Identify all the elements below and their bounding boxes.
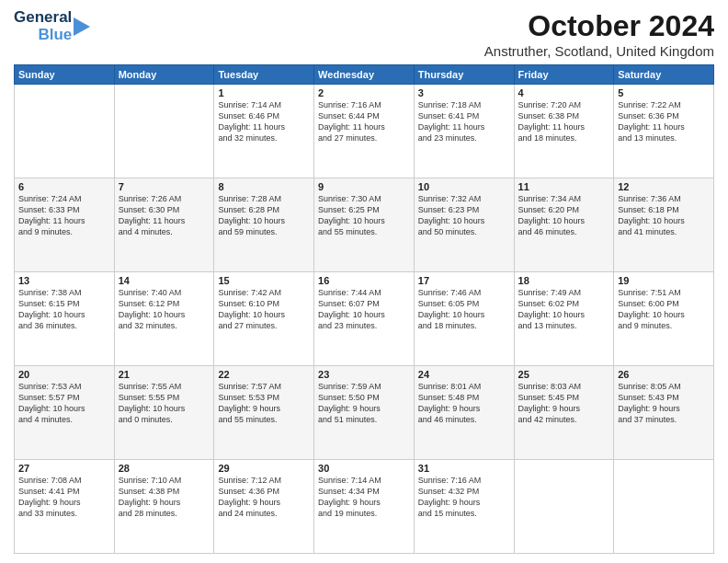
cell-text: Sunrise: 7:14 AM Sunset: 4:34 PM Dayligh…: [318, 475, 410, 520]
day-number: 7: [119, 181, 210, 192]
cell-text: Sunrise: 7:16 AM Sunset: 6:44 PM Dayligh…: [318, 99, 410, 144]
day-number: 26: [618, 369, 710, 380]
weekday-header: Monday: [114, 65, 214, 85]
calendar-cell: 5Sunrise: 7:22 AM Sunset: 6:36 PM Daylig…: [614, 85, 714, 178]
calendar-cell: 21Sunrise: 7:55 AM Sunset: 5:55 PM Dayli…: [114, 366, 214, 460]
day-number: 27: [18, 463, 110, 474]
calendar-cell: 16Sunrise: 7:44 AM Sunset: 6:07 PM Dayli…: [314, 272, 415, 366]
calendar-cell: 18Sunrise: 7:49 AM Sunset: 6:02 PM Dayli…: [514, 272, 614, 366]
cell-text: Sunrise: 7:40 AM Sunset: 6:12 PM Dayligh…: [119, 287, 210, 332]
calendar-cell: 4Sunrise: 7:20 AM Sunset: 6:38 PM Daylig…: [514, 85, 614, 178]
calendar-cell: 6Sunrise: 7:24 AM Sunset: 6:33 PM Daylig…: [15, 178, 115, 272]
day-number: 9: [318, 181, 410, 192]
cell-text: Sunrise: 8:05 AM Sunset: 5:43 PM Dayligh…: [618, 381, 710, 426]
cell-text: Sunrise: 7:12 AM Sunset: 4:36 PM Dayligh…: [218, 475, 310, 520]
calendar-cell: 12Sunrise: 7:36 AM Sunset: 6:18 PM Dayli…: [614, 178, 714, 272]
day-number: 25: [518, 369, 610, 380]
calendar-cell: 8Sunrise: 7:28 AM Sunset: 6:28 PM Daylig…: [214, 178, 314, 272]
weekday-header: Wednesday: [314, 65, 415, 85]
cell-text: Sunrise: 7:16 AM Sunset: 4:32 PM Dayligh…: [418, 475, 510, 520]
calendar-cell: 25Sunrise: 8:03 AM Sunset: 5:45 PM Dayli…: [514, 366, 614, 460]
day-number: 31: [418, 463, 510, 474]
header: General Blue October 2024 Anstruther, Sc…: [14, 9, 714, 59]
day-number: 12: [618, 181, 710, 192]
main-title: October 2024: [484, 9, 714, 43]
day-number: 19: [618, 275, 710, 286]
calendar-cell: [114, 85, 214, 178]
day-number: 16: [318, 275, 410, 286]
calendar-cell: 29Sunrise: 7:12 AM Sunset: 4:36 PM Dayli…: [214, 460, 314, 554]
weekday-header: Friday: [514, 65, 614, 85]
calendar-table: SundayMondayTuesdayWednesdayThursdayFrid…: [14, 64, 714, 554]
calendar-cell: 23Sunrise: 7:59 AM Sunset: 5:50 PM Dayli…: [314, 366, 415, 460]
cell-text: Sunrise: 7:49 AM Sunset: 6:02 PM Dayligh…: [518, 287, 610, 332]
day-number: 24: [418, 369, 510, 380]
day-number: 29: [218, 463, 310, 474]
title-block: October 2024 Anstruther, Scotland, Unite…: [484, 9, 714, 59]
day-number: 8: [218, 181, 310, 192]
calendar-cell: 1Sunrise: 7:14 AM Sunset: 6:46 PM Daylig…: [214, 85, 314, 178]
calendar-cell: 17Sunrise: 7:46 AM Sunset: 6:05 PM Dayli…: [414, 272, 514, 366]
day-number: 6: [18, 181, 110, 192]
cell-text: Sunrise: 7:38 AM Sunset: 6:15 PM Dayligh…: [18, 287, 110, 332]
day-number: 3: [418, 87, 510, 98]
calendar-row: 13Sunrise: 7:38 AM Sunset: 6:15 PM Dayli…: [15, 272, 714, 366]
cell-text: Sunrise: 7:44 AM Sunset: 6:07 PM Dayligh…: [318, 287, 410, 332]
day-number: 1: [218, 87, 310, 98]
calendar-cell: 20Sunrise: 7:53 AM Sunset: 5:57 PM Dayli…: [15, 366, 115, 460]
cell-text: Sunrise: 7:18 AM Sunset: 6:41 PM Dayligh…: [418, 99, 510, 144]
day-number: 2: [318, 87, 410, 98]
cell-text: Sunrise: 7:28 AM Sunset: 6:28 PM Dayligh…: [218, 193, 310, 238]
calendar-cell: 7Sunrise: 7:26 AM Sunset: 6:30 PM Daylig…: [114, 178, 214, 272]
calendar-header-row: SundayMondayTuesdayWednesdayThursdayFrid…: [15, 65, 714, 85]
day-number: 14: [119, 275, 210, 286]
cell-text: Sunrise: 7:20 AM Sunset: 6:38 PM Dayligh…: [518, 99, 610, 144]
cell-text: Sunrise: 7:10 AM Sunset: 4:38 PM Dayligh…: [119, 475, 210, 520]
weekday-header: Thursday: [414, 65, 514, 85]
calendar-cell: 3Sunrise: 7:18 AM Sunset: 6:41 PM Daylig…: [414, 85, 514, 178]
cell-text: Sunrise: 7:55 AM Sunset: 5:55 PM Dayligh…: [119, 381, 210, 426]
weekday-header: Saturday: [614, 65, 714, 85]
day-number: 17: [418, 275, 510, 286]
cell-text: Sunrise: 7:59 AM Sunset: 5:50 PM Dayligh…: [318, 381, 410, 426]
calendar-cell: 15Sunrise: 7:42 AM Sunset: 6:10 PM Dayli…: [214, 272, 314, 366]
calendar-cell: [614, 460, 714, 554]
calendar-cell: 10Sunrise: 7:32 AM Sunset: 6:23 PM Dayli…: [414, 178, 514, 272]
cell-text: Sunrise: 8:03 AM Sunset: 5:45 PM Dayligh…: [518, 381, 610, 426]
day-number: 5: [618, 87, 710, 98]
calendar-cell: 30Sunrise: 7:14 AM Sunset: 4:34 PM Dayli…: [314, 460, 415, 554]
cell-text: Sunrise: 7:08 AM Sunset: 4:41 PM Dayligh…: [18, 475, 110, 520]
calendar-cell: 14Sunrise: 7:40 AM Sunset: 6:12 PM Dayli…: [114, 272, 214, 366]
logo-line1: General: [14, 9, 72, 27]
day-number: 23: [318, 369, 410, 380]
day-number: 18: [518, 275, 610, 286]
calendar-row: 20Sunrise: 7:53 AM Sunset: 5:57 PM Dayli…: [15, 366, 714, 460]
day-number: 28: [119, 463, 210, 474]
calendar-cell: 19Sunrise: 7:51 AM Sunset: 6:00 PM Dayli…: [614, 272, 714, 366]
calendar-cell: 24Sunrise: 8:01 AM Sunset: 5:48 PM Dayli…: [414, 366, 514, 460]
calendar-row: 6Sunrise: 7:24 AM Sunset: 6:33 PM Daylig…: [15, 178, 714, 272]
cell-text: Sunrise: 7:46 AM Sunset: 6:05 PM Dayligh…: [418, 287, 510, 332]
day-number: 22: [218, 369, 310, 380]
calendar-cell: 26Sunrise: 8:05 AM Sunset: 5:43 PM Dayli…: [614, 366, 714, 460]
day-number: 30: [318, 463, 410, 474]
calendar-cell: 31Sunrise: 7:16 AM Sunset: 4:32 PM Dayli…: [414, 460, 514, 554]
cell-text: Sunrise: 7:34 AM Sunset: 6:20 PM Dayligh…: [518, 193, 610, 238]
cell-text: Sunrise: 7:22 AM Sunset: 6:36 PM Dayligh…: [618, 99, 710, 144]
calendar-cell: [514, 460, 614, 554]
day-number: 15: [218, 275, 310, 286]
day-number: 21: [119, 369, 210, 380]
subtitle: Anstruther, Scotland, United Kingdom: [484, 43, 714, 59]
day-number: 10: [418, 181, 510, 192]
day-number: 13: [18, 275, 110, 286]
cell-text: Sunrise: 7:32 AM Sunset: 6:23 PM Dayligh…: [418, 193, 510, 238]
cell-text: Sunrise: 7:53 AM Sunset: 5:57 PM Dayligh…: [18, 381, 110, 426]
calendar-cell: 2Sunrise: 7:16 AM Sunset: 6:44 PM Daylig…: [314, 85, 415, 178]
weekday-header: Sunday: [15, 65, 115, 85]
calendar-row: 1Sunrise: 7:14 AM Sunset: 6:46 PM Daylig…: [15, 85, 714, 178]
cell-text: Sunrise: 8:01 AM Sunset: 5:48 PM Dayligh…: [418, 381, 510, 426]
weekday-header: Tuesday: [214, 65, 314, 85]
calendar-cell: 28Sunrise: 7:10 AM Sunset: 4:38 PM Dayli…: [114, 460, 214, 554]
day-number: 20: [18, 369, 110, 380]
calendar-cell: [15, 85, 115, 178]
